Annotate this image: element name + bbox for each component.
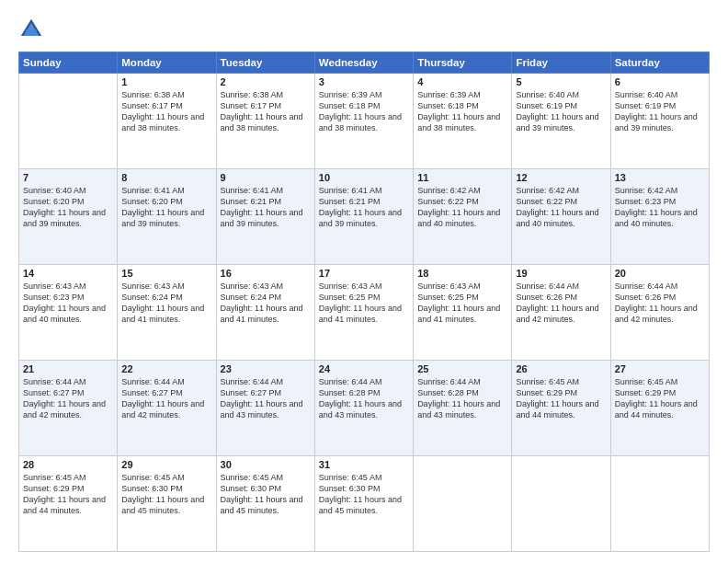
day-number: 14: [23, 268, 113, 279]
calendar-week-row: 1Sunrise: 6:38 AMSunset: 6:17 PMDaylight…: [19, 74, 710, 169]
cell-content: Sunrise: 6:44 AMSunset: 6:27 PMDaylight:…: [221, 376, 311, 421]
daylight-text: Daylight: 11 hours and: [319, 111, 409, 122]
sunrise-text: Sunrise: 6:45 AM: [615, 376, 705, 387]
day-number: 8: [121, 172, 211, 183]
daylight-minutes: and 45 minutes.: [319, 505, 409, 516]
calendar-cell: 11Sunrise: 6:42 AMSunset: 6:22 PMDayligh…: [414, 169, 512, 265]
day-number: 27: [615, 363, 705, 374]
cell-content: Sunrise: 6:45 AMSunset: 6:30 PMDaylight:…: [121, 472, 211, 517]
cell-content: Sunrise: 6:42 AMSunset: 6:22 PMDaylight:…: [417, 185, 507, 230]
daylight-text: Daylight: 11 hours and: [319, 398, 409, 409]
daylight-text: Daylight: 11 hours and: [221, 494, 311, 505]
daylight-minutes: and 45 minutes.: [221, 505, 311, 516]
cell-content: Sunrise: 6:43 AMSunset: 6:23 PMDaylight:…: [23, 281, 113, 326]
calendar-cell: [610, 456, 709, 552]
calendar-cell: 27Sunrise: 6:45 AMSunset: 6:29 PMDayligh…: [610, 361, 709, 456]
calendar-cell: [512, 456, 610, 552]
daylight-minutes: and 44 minutes.: [23, 505, 113, 516]
daylight-minutes: and 43 minutes.: [319, 409, 409, 420]
daylight-minutes: and 39 minutes.: [516, 122, 606, 133]
daylight-text: Daylight: 11 hours and: [417, 207, 507, 218]
calendar-cell: 13Sunrise: 6:42 AMSunset: 6:23 PMDayligh…: [610, 169, 709, 265]
calendar-cell: 24Sunrise: 6:44 AMSunset: 6:28 PMDayligh…: [314, 361, 413, 456]
day-number: 19: [516, 268, 606, 279]
day-header-sunday: Sunday: [19, 52, 118, 74]
day-number: 15: [121, 268, 211, 279]
day-number: 30: [221, 459, 311, 470]
day-number: 18: [417, 268, 507, 279]
sunrise-text: Sunrise: 6:38 AM: [221, 89, 311, 100]
daylight-text: Daylight: 11 hours and: [121, 207, 211, 218]
daylight-minutes: and 42 minutes.: [516, 314, 606, 325]
daylight-text: Daylight: 11 hours and: [615, 111, 705, 122]
calendar-cell: [19, 74, 118, 169]
sunset-text: Sunset: 6:24 PM: [121, 292, 211, 303]
sunrise-text: Sunrise: 6:39 AM: [417, 89, 507, 100]
sunset-text: Sunset: 6:17 PM: [121, 100, 211, 111]
cell-content: Sunrise: 6:45 AMSunset: 6:30 PMDaylight:…: [319, 472, 409, 517]
daylight-minutes: and 39 minutes.: [615, 122, 705, 133]
calendar-cell: 19Sunrise: 6:44 AMSunset: 6:26 PMDayligh…: [512, 265, 610, 361]
calendar-cell: 6Sunrise: 6:40 AMSunset: 6:19 PMDaylight…: [610, 74, 709, 169]
calendar-week-row: 21Sunrise: 6:44 AMSunset: 6:27 PMDayligh…: [19, 361, 710, 456]
cell-content: Sunrise: 6:45 AMSunset: 6:30 PMDaylight:…: [221, 472, 311, 517]
sunrise-text: Sunrise: 6:40 AM: [516, 89, 606, 100]
cell-content: Sunrise: 6:39 AMSunset: 6:18 PMDaylight:…: [319, 89, 409, 134]
daylight-text: Daylight: 11 hours and: [417, 398, 507, 409]
daylight-minutes: and 42 minutes.: [615, 314, 705, 325]
sunrise-text: Sunrise: 6:45 AM: [23, 472, 113, 483]
day-number: 5: [516, 76, 606, 87]
logo-icon: [18, 17, 44, 42]
calendar-week-row: 14Sunrise: 6:43 AMSunset: 6:23 PMDayligh…: [19, 265, 710, 361]
day-number: 6: [615, 76, 705, 87]
day-header-saturday: Saturday: [610, 52, 709, 74]
daylight-text: Daylight: 11 hours and: [23, 207, 113, 218]
sunset-text: Sunset: 6:24 PM: [221, 292, 311, 303]
cell-content: Sunrise: 6:44 AMSunset: 6:27 PMDaylight:…: [23, 376, 113, 421]
calendar-cell: 5Sunrise: 6:40 AMSunset: 6:19 PMDaylight…: [512, 74, 610, 169]
daylight-text: Daylight: 11 hours and: [121, 111, 211, 122]
sunset-text: Sunset: 6:27 PM: [23, 387, 113, 398]
day-header-tuesday: Tuesday: [216, 52, 314, 74]
calendar-cell: 14Sunrise: 6:43 AMSunset: 6:23 PMDayligh…: [19, 265, 118, 361]
cell-content: Sunrise: 6:42 AMSunset: 6:22 PMDaylight:…: [516, 185, 606, 230]
daylight-minutes: and 42 minutes.: [121, 409, 211, 420]
daylight-text: Daylight: 11 hours and: [121, 398, 211, 409]
cell-content: Sunrise: 6:44 AMSunset: 6:27 PMDaylight:…: [121, 376, 211, 421]
calendar-cell: 20Sunrise: 6:44 AMSunset: 6:26 PMDayligh…: [610, 265, 709, 361]
calendar-cell: 25Sunrise: 6:44 AMSunset: 6:28 PMDayligh…: [414, 361, 512, 456]
cell-content: Sunrise: 6:44 AMSunset: 6:28 PMDaylight:…: [319, 376, 409, 421]
cell-content: Sunrise: 6:42 AMSunset: 6:23 PMDaylight:…: [615, 185, 705, 230]
daylight-text: Daylight: 11 hours and: [516, 303, 606, 314]
calendar-cell: 26Sunrise: 6:45 AMSunset: 6:29 PMDayligh…: [512, 361, 610, 456]
calendar-cell: 28Sunrise: 6:45 AMSunset: 6:29 PMDayligh…: [19, 456, 118, 552]
sunset-text: Sunset: 6:26 PM: [615, 292, 705, 303]
daylight-text: Daylight: 11 hours and: [615, 398, 705, 409]
day-number: 10: [319, 172, 409, 183]
daylight-text: Daylight: 11 hours and: [319, 207, 409, 218]
daylight-minutes: and 45 minutes.: [121, 505, 211, 516]
day-number: 13: [615, 172, 705, 183]
daylight-text: Daylight: 11 hours and: [516, 111, 606, 122]
sunrise-text: Sunrise: 6:41 AM: [121, 185, 211, 196]
header: [18, 17, 710, 42]
daylight-minutes: and 39 minutes.: [23, 218, 113, 229]
daylight-text: Daylight: 11 hours and: [221, 207, 311, 218]
day-header-monday: Monday: [118, 52, 216, 74]
calendar-cell: 21Sunrise: 6:44 AMSunset: 6:27 PMDayligh…: [19, 361, 118, 456]
cell-content: Sunrise: 6:40 AMSunset: 6:19 PMDaylight:…: [516, 89, 606, 134]
sunrise-text: Sunrise: 6:42 AM: [417, 185, 507, 196]
calendar-cell: 18Sunrise: 6:43 AMSunset: 6:25 PMDayligh…: [414, 265, 512, 361]
daylight-minutes: and 40 minutes.: [23, 314, 113, 325]
daylight-text: Daylight: 11 hours and: [221, 398, 311, 409]
day-number: 29: [121, 459, 211, 470]
daylight-minutes: and 41 minutes.: [121, 314, 211, 325]
sunrise-text: Sunrise: 6:42 AM: [516, 185, 606, 196]
daylight-minutes: and 40 minutes.: [417, 218, 507, 229]
day-number: 20: [615, 268, 705, 279]
cell-content: Sunrise: 6:43 AMSunset: 6:25 PMDaylight:…: [319, 281, 409, 326]
day-number: 31: [319, 459, 409, 470]
sunrise-text: Sunrise: 6:43 AM: [121, 281, 211, 292]
days-header-row: SundayMondayTuesdayWednesdayThursdayFrid…: [19, 52, 710, 74]
daylight-minutes: and 39 minutes.: [121, 218, 211, 229]
